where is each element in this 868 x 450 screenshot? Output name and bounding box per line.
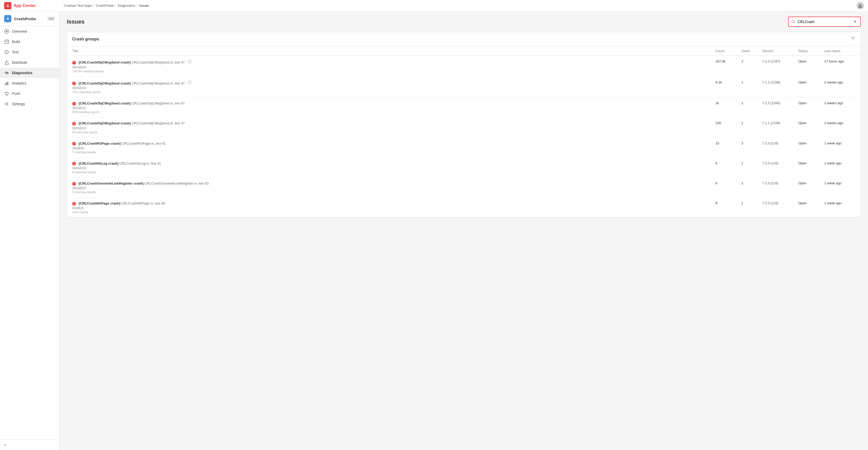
search-box: ✕ — [788, 17, 861, 27]
user-avatar[interactable] — [857, 2, 864, 9]
svg-point-17 — [792, 20, 795, 23]
search-clear-button[interactable]: ✕ — [852, 19, 858, 25]
table-row[interactable]: -[CRLCrashObjCMsgSend crash] CRLCrashObj… — [67, 56, 861, 77]
sidebar-item-distribute[interactable]: Distribute — [0, 57, 59, 68]
crash-title-cell[interactable]: -[CRLCrashNSLog crash] CRLCrashNSLog.m, … — [72, 161, 715, 174]
sidebar-item-settings[interactable]: Settings — [0, 99, 59, 109]
svg-point-4 — [7, 18, 9, 20]
crash-name: -[CRLCrashObjCMsgSend crash] CRLCrashObj… — [72, 121, 715, 126]
crash-error-icon — [72, 142, 76, 145]
crash-reports: 5 matching reports — [72, 191, 715, 194]
breadcrumb-item-3[interactable]: Diagnostics — [118, 4, 135, 7]
breadcrumb-item-2[interactable]: CrashProbe — [96, 4, 114, 7]
sidebar-collapse-button[interactable]: « — [0, 439, 59, 450]
sidebar-nav: Overview Build Test Distribute Diagnosti… — [0, 26, 59, 109]
filter-icon[interactable] — [851, 36, 855, 42]
crash-version: 7.1.0 (1337) — [762, 59, 798, 63]
crash-name: -[CRLCrashObjCMsgSend crash] CRLCrashObj… — [72, 59, 715, 65]
table-row[interactable]: -[CRLCrashNXPage crash] CRLCrashNXPage.m… — [67, 198, 861, 217]
collapse-icon: « — [4, 443, 6, 447]
distribute-icon — [4, 60, 9, 65]
table-row[interactable]: -[CRLCrashObjCMsgSend crash] CRLCrashObj… — [67, 97, 861, 117]
crash-last-report: 1 week ago — [824, 201, 855, 205]
table-row[interactable]: -[CRLCrashROPage crash] CRLCrashROPage.m… — [67, 138, 861, 158]
table-header: Title Count Users Version Status Last re… — [67, 47, 861, 56]
crash-title-cell[interactable]: -[CRLCrashOverwriteLinkRegister crash] C… — [72, 181, 715, 194]
table-row[interactable]: -[CRLCrashObjCMsgSend crash] CRLCrashObj… — [67, 77, 861, 98]
build-icon — [4, 39, 9, 44]
crash-groups-card: Crash groups Title Count Users Version S… — [67, 32, 861, 218]
app-logo[interactable]: A App Center — [4, 2, 64, 9]
crash-version: 7.1.2 (1339) — [762, 80, 798, 84]
col-header-title: Title — [72, 49, 715, 53]
crash-signal: SIGSEGV — [72, 65, 715, 69]
crash-error-icon — [72, 102, 76, 106]
crash-users: 1 — [741, 101, 762, 105]
crash-users: 2 — [741, 141, 762, 145]
crash-status: Open — [798, 59, 824, 63]
overview-label: Overview — [12, 29, 27, 33]
breadcrumb-item-1[interactable]: Crashes Test Apps — [64, 4, 92, 7]
crash-file: CRLCrashROPage.m, line 42 — [122, 142, 166, 145]
sidebar-item-push[interactable]: Push — [0, 88, 59, 99]
crash-file: CRLCrashObjCMsgSend.m, line 47 — [131, 121, 185, 125]
note-icon[interactable] — [188, 60, 192, 64]
crash-signal: SIGSEGV — [72, 126, 715, 130]
crash-method: -[CRLCrashNXPage crash] — [78, 201, 120, 205]
search-icon — [792, 20, 796, 24]
col-header-version: Version — [762, 49, 798, 53]
table-row[interactable]: -[CRLCrashNSLog crash] CRLCrashNSLog.m, … — [67, 158, 861, 177]
crash-reports: 939 matching reports — [72, 110, 715, 114]
svg-point-16 — [6, 103, 7, 105]
crash-status: Open — [798, 101, 824, 105]
crash-name: -[CRLCrashNXPage crash] CRLCrashNXPage.m… — [72, 201, 715, 206]
crash-reports: more reports — [72, 210, 715, 214]
crash-title-cell[interactable]: -[CRLCrashObjCMsgSend crash] CRLCrashObj… — [72, 80, 715, 94]
crash-name: -[CRLCrashOverwriteLinkRegister crash] C… — [72, 181, 715, 186]
sidebar-item-overview[interactable]: Overview — [0, 26, 59, 36]
test-icon — [4, 50, 9, 55]
crash-reports: 7 matching reports — [72, 150, 715, 154]
settings-icon — [4, 101, 9, 107]
top-nav-right — [857, 2, 864, 9]
sidebar-item-build[interactable]: Build — [0, 36, 59, 47]
crash-title-cell[interactable]: -[CRLCrashObjCMsgSend crash] CRLCrashObj… — [72, 59, 715, 73]
crash-error-icon — [72, 82, 76, 85]
app-name: CrashProbe — [14, 17, 36, 21]
crash-title-cell[interactable]: -[CRLCrashObjCMsgSend crash] CRLCrashObj… — [72, 121, 715, 134]
breadcrumb-sep-3: / — [137, 4, 138, 7]
crash-status: Open — [798, 80, 824, 84]
crash-name: -[CRLCrashNSLog crash] CRLCrashNSLog.m, … — [72, 161, 715, 166]
overview-icon — [4, 29, 9, 34]
crash-method: -[CRLCrashNSLog crash] — [78, 162, 119, 165]
crash-signal: SIGSEGV — [72, 166, 715, 170]
crash-title-cell[interactable]: -[CRLCrashObjCMsgSend crash] CRLCrashObj… — [72, 101, 715, 114]
crash-count: 100 — [715, 121, 741, 125]
crash-groups-header: Crash groups — [67, 32, 861, 47]
sidebar-item-analytics[interactable]: Analytics — [0, 78, 59, 88]
table-row[interactable]: -[CRLCrashOverwriteLinkRegister crash] C… — [67, 177, 861, 198]
crash-name: -[CRLCrashROPage crash] CRLCrashROPage.m… — [72, 141, 715, 146]
note-icon[interactable] — [188, 81, 192, 85]
search-input[interactable] — [798, 20, 850, 24]
analytics-label: Analytics — [12, 81, 26, 85]
table-row[interactable]: -[CRLCrashObjCMsgSend crash] CRLCrashObj… — [67, 117, 861, 137]
crash-last-report: 2 weeks ago — [824, 80, 855, 84]
app-title: App Center — [13, 3, 36, 8]
crash-title-cell[interactable]: -[CRLCrashNXPage crash] CRLCrashNXPage.m… — [72, 201, 715, 214]
sidebar-item-test[interactable]: Test — [0, 47, 59, 57]
crash-signal: SIGSEGV — [72, 86, 715, 90]
crash-name: -[CRLCrashObjCMsgSend crash] CRLCrashObj… — [72, 80, 715, 86]
crash-users: 1 — [741, 201, 762, 205]
crash-last-report: 17 hours ago — [824, 59, 855, 63]
sidebar-item-diagnostics[interactable]: Diagnostics — [0, 68, 59, 78]
crash-title-cell[interactable]: -[CRLCrashROPage crash] CRLCrashROPage.m… — [72, 141, 715, 154]
app-info: CrashProbe — [4, 15, 36, 22]
svg-rect-13 — [7, 82, 8, 85]
crash-error-icon — [72, 122, 76, 125]
crash-count: 8.2k — [715, 80, 741, 84]
crash-version: 7.2.0 (116) — [762, 181, 798, 185]
crash-error-icon — [72, 61, 76, 64]
push-label: Push — [12, 91, 20, 96]
main-content: Issues ✕ Crash groups Title Count Users … — [60, 11, 868, 450]
